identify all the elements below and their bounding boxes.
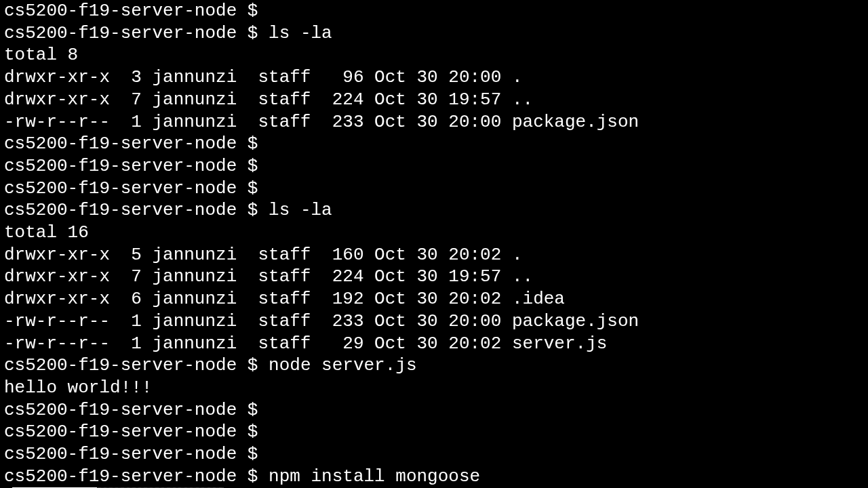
output-text: total 8 [4,45,78,65]
terminal-line: hello world!!! [4,377,864,399]
command-text [258,444,269,464]
terminal-line: -rw-r--r-- 1 jannunzi staff 233 Oct 30 2… [4,310,864,333]
terminal-line: cs5200-f19-server-node $ [4,399,864,422]
terminal-line: cs5200-f19-server-node $ [4,0,864,22]
terminal-line: cs5200-f19-server-node $ [4,421,864,443]
output-text: hello world!!! [4,378,152,398]
output-text: drwxr-xr-x 3 jannunzi staff 96 Oct 30 20… [4,67,523,87]
output-text: -rw-r--r-- 1 jannunzi staff 233 Oct 30 2… [4,311,639,331]
output-text: drwxr-xr-x 6 jannunzi staff 192 Oct 30 2… [4,289,565,309]
output-text: -rw-r--r-- 1 jannunzi staff 233 Oct 30 2… [4,112,639,132]
terminal-line: cs5200-f19-server-node $ [4,133,864,155]
output-text: drwxr-xr-x 5 jannunzi staff 160 Oct 30 2… [4,245,523,265]
prompt-string: cs5200-f19-server-node $ [4,400,258,420]
prompt-string: cs5200-f19-server-node $ [4,1,258,21]
terminal-line: cs5200-f19-server-node $ node server.js [4,354,864,377]
prompt-string: cs5200-f19-server-node $ [4,23,258,43]
terminal-window[interactable]: cs5200-f19-server-node $ cs5200-f19-serv… [0,0,868,488]
terminal-line: total 8 [4,44,864,66]
prompt-string: cs5200-f19-server-node $ [4,422,258,442]
command-text [258,156,269,176]
terminal-line: drwxr-xr-x 7 jannunzi staff 224 Oct 30 1… [4,89,864,111]
command-text: ls -la [258,23,332,43]
output-text: total 16 [4,222,89,243]
terminal-line: drwxr-xr-x 3 jannunzi staff 96 Oct 30 20… [4,66,864,89]
terminal-line: cs5200-f19-server-node $ ls -la [4,199,864,222]
terminal-line: cs5200-f19-server-node $ ls -la [4,22,864,45]
prompt-string: cs5200-f19-server-node $ [4,134,258,154]
command-text [258,178,269,199]
terminal-line: -rw-r--r-- 1 jannunzi staff 233 Oct 30 2… [4,111,864,134]
prompt-string: cs5200-f19-server-node $ [4,200,258,220]
output-text: drwxr-xr-x 7 jannunzi staff 224 Oct 30 1… [4,266,533,287]
command-text [258,134,269,154]
terminal-line: drwxr-xr-x 7 jannunzi staff 224 Oct 30 1… [4,266,864,288]
prompt-string: cs5200-f19-server-node $ [4,355,258,375]
terminal-line: cs5200-f19-server-node $ [4,443,864,466]
terminal-line: drwxr-xr-x 5 jannunzi staff 160 Oct 30 2… [4,244,864,266]
terminal-line: cs5200-f19-server-node $ [4,155,864,178]
terminal-line: drwxr-xr-x 6 jannunzi staff 192 Oct 30 2… [4,288,864,310]
terminal-line: cs5200-f19-server-node $ [4,178,864,200]
terminal-line: -rw-r--r-- 1 jannunzi staff 29 Oct 30 20… [4,333,864,355]
terminal-line: total 16 [4,222,864,244]
prompt-string: cs5200-f19-server-node $ [4,156,258,176]
output-text: drwxr-xr-x 7 jannunzi staff 224 Oct 30 1… [4,89,533,110]
command-text: ls -la [258,200,332,220]
terminal-line: cs5200-f19-server-node $ npm install mon… [4,466,864,488]
command-text [258,422,269,442]
command-text [258,400,269,420]
command-text: npm install mongoose [258,466,480,487]
prompt-string: cs5200-f19-server-node $ [4,444,258,464]
prompt-string: cs5200-f19-server-node $ [4,466,258,487]
command-text: node server.js [258,355,416,375]
prompt-string: cs5200-f19-server-node $ [4,178,258,199]
command-text [258,1,269,21]
output-text: -rw-r--r-- 1 jannunzi staff 29 Oct 30 20… [4,333,607,354]
